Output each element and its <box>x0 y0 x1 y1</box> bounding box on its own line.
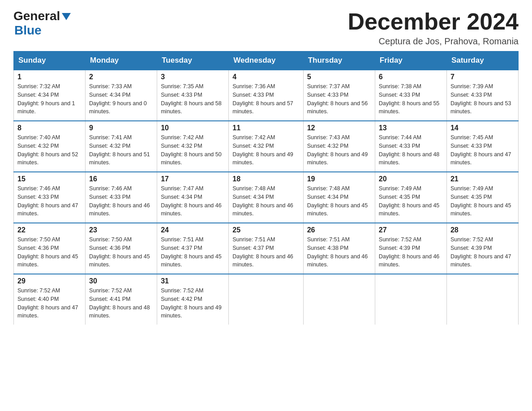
day-cell-18: 18Sunrise: 7:48 AMSunset: 4:34 PMDayligh… <box>229 172 303 223</box>
day-number: 3 <box>161 73 225 81</box>
day-cell-19: 19Sunrise: 7:48 AMSunset: 4:34 PMDayligh… <box>303 172 375 223</box>
day-info: Sunrise: 7:33 AMSunset: 4:34 PMDaylight:… <box>89 82 153 116</box>
empty-cell <box>375 274 446 325</box>
day-cell-12: 12Sunrise: 7:43 AMSunset: 4:32 PMDayligh… <box>303 121 375 172</box>
day-number: 23 <box>89 226 153 234</box>
day-info: Sunrise: 7:32 AMSunset: 4:34 PMDaylight:… <box>17 82 82 116</box>
week-row-4: 22Sunrise: 7:50 AMSunset: 4:36 PMDayligh… <box>14 223 519 274</box>
day-number: 27 <box>379 226 443 234</box>
week-row-5: 29Sunrise: 7:52 AMSunset: 4:40 PMDayligh… <box>14 274 519 325</box>
day-number: 9 <box>89 124 153 132</box>
day-number: 7 <box>450 73 515 81</box>
day-number: 22 <box>17 226 82 234</box>
day-info: Sunrise: 7:50 AMSunset: 4:36 PMDaylight:… <box>89 235 153 269</box>
day-info: Sunrise: 7:39 AMSunset: 4:33 PMDaylight:… <box>450 82 515 116</box>
day-info: Sunrise: 7:52 AMSunset: 4:40 PMDaylight:… <box>17 287 82 320</box>
day-number: 28 <box>450 226 515 234</box>
day-cell-2: 2Sunrise: 7:33 AMSunset: 4:34 PMDaylight… <box>86 70 157 121</box>
day-number: 30 <box>89 277 153 285</box>
logo-blue-label: Blue <box>14 23 42 38</box>
day-cell-8: 8Sunrise: 7:40 AMSunset: 4:32 PMDaylight… <box>14 121 86 172</box>
day-cell-6: 6Sunrise: 7:38 AMSunset: 4:33 PMDaylight… <box>375 70 446 121</box>
day-number: 19 <box>307 175 371 183</box>
day-info: Sunrise: 7:50 AMSunset: 4:36 PMDaylight:… <box>17 235 82 269</box>
day-number: 1 <box>17 73 82 81</box>
day-info: Sunrise: 7:51 AMSunset: 4:37 PMDaylight:… <box>232 235 299 269</box>
logo: General Blue <box>13 9 71 38</box>
day-number: 24 <box>161 226 225 234</box>
day-cell-1: 1Sunrise: 7:32 AMSunset: 4:34 PMDaylight… <box>14 70 86 121</box>
logo-general-label: General <box>13 9 60 23</box>
day-number: 20 <box>379 175 443 183</box>
empty-cell <box>303 274 375 325</box>
day-cell-3: 3Sunrise: 7:35 AMSunset: 4:33 PMDaylight… <box>157 70 229 121</box>
day-number: 12 <box>307 124 371 132</box>
day-cell-20: 20Sunrise: 7:49 AMSunset: 4:35 PMDayligh… <box>375 172 446 223</box>
column-header-tuesday: Tuesday <box>157 51 229 70</box>
day-number: 31 <box>161 277 225 285</box>
day-cell-4: 4Sunrise: 7:36 AMSunset: 4:33 PMDaylight… <box>229 70 303 121</box>
day-info: Sunrise: 7:52 AMSunset: 4:39 PMDaylight:… <box>379 235 443 269</box>
day-info: Sunrise: 7:46 AMSunset: 4:33 PMDaylight:… <box>17 184 82 218</box>
day-info: Sunrise: 7:37 AMSunset: 4:33 PMDaylight:… <box>307 82 371 116</box>
day-number: 16 <box>89 175 153 183</box>
page-header: General Blue December 2024 Ceptura de Jo… <box>13 9 519 47</box>
day-number: 13 <box>379 124 443 132</box>
day-cell-10: 10Sunrise: 7:42 AMSunset: 4:32 PMDayligh… <box>157 121 229 172</box>
day-cell-7: 7Sunrise: 7:39 AMSunset: 4:33 PMDaylight… <box>446 70 518 121</box>
day-cell-26: 26Sunrise: 7:51 AMSunset: 4:38 PMDayligh… <box>303 223 375 274</box>
day-cell-31: 31Sunrise: 7:52 AMSunset: 4:42 PMDayligh… <box>157 274 229 325</box>
day-info: Sunrise: 7:47 AMSunset: 4:34 PMDaylight:… <box>161 184 225 218</box>
day-number: 2 <box>89 73 153 81</box>
day-cell-22: 22Sunrise: 7:50 AMSunset: 4:36 PMDayligh… <box>14 223 86 274</box>
day-cell-24: 24Sunrise: 7:51 AMSunset: 4:37 PMDayligh… <box>157 223 229 274</box>
column-header-friday: Friday <box>375 51 446 70</box>
calendar-title: December 2024 <box>348 9 519 34</box>
day-number: 14 <box>450 124 515 132</box>
day-number: 6 <box>379 73 443 81</box>
day-cell-11: 11Sunrise: 7:42 AMSunset: 4:32 PMDayligh… <box>229 121 303 172</box>
day-cell-13: 13Sunrise: 7:44 AMSunset: 4:33 PMDayligh… <box>375 121 446 172</box>
day-number: 26 <box>307 226 371 234</box>
day-info: Sunrise: 7:51 AMSunset: 4:37 PMDaylight:… <box>161 235 225 269</box>
day-cell-15: 15Sunrise: 7:46 AMSunset: 4:33 PMDayligh… <box>14 172 86 223</box>
day-info: Sunrise: 7:42 AMSunset: 4:32 PMDaylight:… <box>232 133 299 167</box>
day-info: Sunrise: 7:38 AMSunset: 4:33 PMDaylight:… <box>379 82 443 116</box>
day-cell-28: 28Sunrise: 7:52 AMSunset: 4:39 PMDayligh… <box>446 223 518 274</box>
calendar-header-row: SundayMondayTuesdayWednesdayThursdayFrid… <box>14 51 519 70</box>
day-number: 17 <box>161 175 225 183</box>
day-cell-23: 23Sunrise: 7:50 AMSunset: 4:36 PMDayligh… <box>86 223 157 274</box>
day-number: 21 <box>450 175 515 183</box>
column-header-saturday: Saturday <box>446 51 518 70</box>
day-number: 4 <box>232 73 299 81</box>
day-cell-21: 21Sunrise: 7:49 AMSunset: 4:35 PMDayligh… <box>446 172 518 223</box>
day-cell-30: 30Sunrise: 7:52 AMSunset: 4:41 PMDayligh… <box>86 274 157 325</box>
day-number: 5 <box>307 73 371 81</box>
day-cell-17: 17Sunrise: 7:47 AMSunset: 4:34 PMDayligh… <box>157 172 229 223</box>
day-cell-9: 9Sunrise: 7:41 AMSunset: 4:32 PMDaylight… <box>86 121 157 172</box>
day-cell-5: 5Sunrise: 7:37 AMSunset: 4:33 PMDaylight… <box>303 70 375 121</box>
day-info: Sunrise: 7:35 AMSunset: 4:33 PMDaylight:… <box>161 82 225 116</box>
day-number: 15 <box>17 175 82 183</box>
day-info: Sunrise: 7:48 AMSunset: 4:34 PMDaylight:… <box>307 184 371 218</box>
day-info: Sunrise: 7:52 AMSunset: 4:39 PMDaylight:… <box>450 235 515 269</box>
day-cell-27: 27Sunrise: 7:52 AMSunset: 4:39 PMDayligh… <box>375 223 446 274</box>
empty-cell <box>229 274 303 325</box>
day-number: 29 <box>17 277 82 285</box>
day-info: Sunrise: 7:49 AMSunset: 4:35 PMDaylight:… <box>379 184 443 218</box>
day-info: Sunrise: 7:41 AMSunset: 4:32 PMDaylight:… <box>89 133 153 167</box>
day-info: Sunrise: 7:44 AMSunset: 4:33 PMDaylight:… <box>379 133 443 167</box>
day-info: Sunrise: 7:43 AMSunset: 4:32 PMDaylight:… <box>307 133 371 167</box>
day-cell-25: 25Sunrise: 7:51 AMSunset: 4:37 PMDayligh… <box>229 223 303 274</box>
column-header-sunday: Sunday <box>14 51 86 70</box>
day-cell-14: 14Sunrise: 7:45 AMSunset: 4:33 PMDayligh… <box>446 121 518 172</box>
day-info: Sunrise: 7:52 AMSunset: 4:42 PMDaylight:… <box>161 287 225 320</box>
day-number: 18 <box>232 175 299 183</box>
day-info: Sunrise: 7:42 AMSunset: 4:32 PMDaylight:… <box>161 133 225 167</box>
logo-general-text: General <box>13 9 71 23</box>
day-cell-16: 16Sunrise: 7:46 AMSunset: 4:33 PMDayligh… <box>86 172 157 223</box>
day-number: 8 <box>17 124 82 132</box>
week-row-1: 1Sunrise: 7:32 AMSunset: 4:34 PMDaylight… <box>14 70 519 121</box>
calendar-table: SundayMondayTuesdayWednesdayThursdayFrid… <box>13 51 519 325</box>
day-info: Sunrise: 7:48 AMSunset: 4:34 PMDaylight:… <box>232 184 299 218</box>
